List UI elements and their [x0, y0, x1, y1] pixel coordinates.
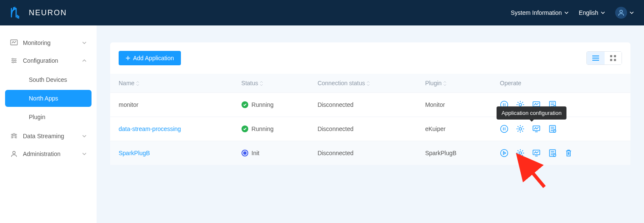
apps-card: Add Application Name Status Conne	[110, 42, 630, 165]
svg-point-3	[15, 60, 16, 61]
chevron-down-icon	[82, 152, 86, 156]
app-name[interactable]: data-stream-processing	[119, 125, 181, 132]
add-application-button[interactable]: Add Application	[119, 51, 181, 65]
cell-status: Running	[233, 93, 309, 117]
cell-connection: Disconnected	[309, 141, 416, 165]
sidebar-label: Configuration	[23, 57, 77, 64]
details-button[interactable]	[548, 149, 557, 157]
cell-connection: Disconnected	[309, 117, 416, 141]
col-header-plugin[interactable]: Plugin	[416, 74, 491, 93]
col-header-name[interactable]: Name	[110, 74, 233, 93]
operate-group	[500, 149, 622, 157]
chevron-down-icon	[564, 11, 569, 15]
user-menu[interactable]	[615, 7, 634, 19]
sidebar-item-north-apps[interactable]: North Apps	[5, 90, 92, 107]
list-view-icon	[592, 55, 600, 61]
monitoring-icon	[10, 39, 18, 47]
pause-button[interactable]	[500, 125, 508, 133]
language-label: English	[579, 9, 598, 16]
cell-status: Init	[233, 141, 309, 165]
app-header: NEURON System Information English	[0, 0, 644, 25]
sidebar-item-configuration[interactable]: Configuration	[0, 52, 97, 70]
cell-plugin: SparkPlugB	[416, 141, 491, 165]
plus-icon	[125, 56, 130, 61]
data-streaming-icon	[10, 132, 18, 140]
add-application-label: Add Application	[133, 55, 174, 61]
view-toggle	[586, 51, 622, 65]
grid-view-button[interactable]	[605, 52, 622, 64]
list-view-button[interactable]	[587, 52, 605, 64]
main-content: Add Application Name Status Conne	[97, 25, 644, 223]
cell-operate	[491, 141, 630, 165]
table-header-row: Name Status Connection status Plugin Ope…	[110, 74, 630, 93]
apps-table: Name Status Connection status Plugin Ope…	[110, 74, 630, 165]
svg-rect-10	[610, 59, 612, 61]
tooltip: Application configuration	[497, 106, 567, 120]
sidebar-item-monitoring[interactable]: Monitoring	[0, 34, 97, 52]
sidebar-item-administration[interactable]: Administration	[0, 145, 97, 163]
administration-icon	[10, 150, 18, 158]
svg-point-13	[519, 103, 522, 106]
statistics-button[interactable]	[532, 149, 541, 157]
sort-icon	[443, 81, 447, 86]
brand-logo-icon	[10, 7, 24, 19]
grid-view-icon	[610, 55, 616, 61]
header-right: System Information English	[511, 7, 634, 19]
configure-button[interactable]	[516, 149, 525, 157]
cell-name: data-stream-processing	[110, 117, 233, 141]
system-information-menu[interactable]: System Information	[511, 9, 569, 16]
details-button[interactable]	[548, 125, 557, 133]
svg-rect-9	[614, 55, 616, 57]
cell-connection: Disconnected	[309, 93, 416, 117]
col-header-status[interactable]: Status	[233, 74, 309, 93]
cell-name: SparkPlugB	[110, 141, 233, 165]
sort-icon	[260, 81, 263, 86]
chevron-down-icon	[82, 134, 86, 138]
svg-rect-11	[614, 59, 616, 61]
cell-operate: Application configuration	[491, 117, 630, 141]
statistics-button[interactable]	[532, 125, 541, 133]
svg-rect-8	[610, 55, 612, 57]
status-running-icon	[242, 125, 248, 132]
sidebar-label: Data Streaming	[23, 133, 77, 139]
cell-plugin: eKuiper	[416, 117, 491, 141]
svg-point-4	[13, 62, 14, 63]
sidebar-label: Monitoring	[23, 39, 77, 46]
svg-point-7	[13, 151, 15, 154]
chevron-down-icon	[82, 41, 86, 45]
cell-name: monitor	[110, 93, 233, 117]
svg-point-17	[500, 125, 508, 133]
app-name[interactable]: SparkPlugB	[119, 150, 150, 156]
svg-rect-6	[12, 135, 16, 137]
language-menu[interactable]: English	[579, 9, 605, 16]
configuration-icon	[10, 57, 18, 64]
sidebar-item-data-streaming[interactable]: Data Streaming	[0, 127, 97, 145]
col-header-operate: Operate	[491, 74, 630, 93]
play-button[interactable]	[500, 149, 508, 157]
brand-area: NEURON	[10, 7, 67, 19]
card-toolbar: Add Application	[110, 51, 630, 74]
col-header-connection[interactable]: Connection status	[309, 74, 416, 93]
app-name: monitor	[119, 101, 139, 108]
status-init-icon	[242, 150, 248, 156]
table-row: SparkPlugB Init Disconnected SparkPlugB	[110, 141, 630, 165]
chevron-down-icon	[630, 11, 634, 15]
operate-group: Application configuration	[500, 125, 622, 133]
status-text: Init	[252, 150, 260, 156]
user-avatar-icon	[615, 7, 627, 19]
sort-icon	[136, 81, 139, 86]
svg-point-23	[519, 152, 522, 154]
svg-point-22	[500, 150, 508, 157]
delete-button[interactable]	[564, 149, 573, 157]
sidebar-item-south-devices[interactable]: South Devices	[5, 71, 92, 88]
sidebar-item-plugin[interactable]: Plugin	[5, 109, 92, 125]
system-information-label: System Information	[511, 9, 562, 16]
sidebar-label: Administration	[23, 151, 77, 157]
status-text: Running	[252, 101, 274, 108]
sidebar: Monitoring Configuration South Devices N…	[0, 25, 97, 223]
chevron-up-icon	[82, 59, 86, 63]
status-text: Running	[252, 125, 274, 132]
configure-button[interactable]: Application configuration	[516, 125, 525, 133]
svg-rect-5	[13, 134, 15, 135]
sort-icon	[366, 81, 370, 86]
